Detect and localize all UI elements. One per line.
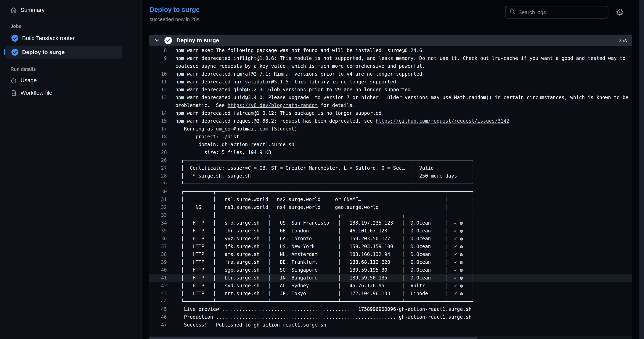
log-line-number[interactable]: 36 — [149, 236, 167, 242]
log-line-text: project: ./dist — [175, 134, 239, 140]
log-text-segment: ──────── — [448, 298, 472, 304]
page-title[interactable]: Deploy to surge — [150, 6, 200, 13]
log-line-number[interactable]: 13 — [149, 95, 167, 100]
log-line-number[interactable]: 12 — [149, 87, 167, 92]
log-line-number[interactable]: 28 — [149, 173, 167, 179]
sidebar-item-summary[interactable]: Summary — [6, 4, 124, 16]
log-line-text: └──────────┴──────────────────┴─────────… — [175, 298, 474, 304]
log-line-number[interactable]: 9 — [149, 56, 167, 61]
log-text-segment: ┴ — [446, 298, 448, 304]
log-line-number[interactable]: 10 — [149, 71, 167, 77]
sidebar-job-build-tanstack-router[interactable]: Build Tanstack router — [6, 32, 122, 44]
log-line-number[interactable]: 11 — [149, 79, 167, 85]
log-line-number[interactable]: 31 — [149, 197, 167, 202]
sidebar-job-deploy-to-surge[interactable]: Deploy to surge — [6, 46, 122, 58]
log-line-number[interactable]: 35 — [149, 228, 167, 234]
log-text-segment: │ HTTP │ ams.surge.sh │ NL, Amsterdam │ … — [175, 252, 474, 257]
search-logs-input[interactable] — [518, 9, 604, 16]
log-line-number[interactable]: 30 — [149, 189, 167, 194]
log-line-number[interactable]: 38 — [149, 252, 167, 257]
jobs-section-label: Jobs — [10, 24, 142, 29]
log-text-segment: │ HTTP │ sfo.surge.sh │ US, San Francisc… — [175, 220, 474, 226]
log-lines: 8npm warn exec The following package was… — [149, 46, 632, 329]
log-line-number[interactable]: 20 — [149, 150, 167, 155]
log-line-number[interactable]: 32 — [149, 204, 167, 210]
log-line-number[interactable]: 15 — [149, 118, 167, 124]
run-status-subtitle: succeeded now in 28s — [150, 16, 200, 22]
log-line-number[interactable]: 42 — [149, 283, 167, 288]
log-line-number[interactable]: 29 — [149, 181, 167, 186]
log-row: 32 │ NS │ ns3.surge.world ns4.surge.worl… — [149, 203, 632, 211]
vertical-scrollbar[interactable] — [639, 0, 644, 339]
log-line-text: ┌───────────────────────────────────────… — [175, 158, 474, 163]
log-row: 19 domain: gh-action-react1.surge.sh — [149, 140, 632, 148]
log-row: 39 │ HTTP │ fra.surge.sh │ DE, Frankfurt… — [149, 258, 632, 266]
log-text-segment: ────────────── — [405, 298, 446, 304]
horizontal-scrollbar-thumb[interactable] — [149, 337, 478, 338]
log-line-text: │ HTTP │ fra.surge.sh │ DE, Frankfurt │ … — [175, 260, 474, 265]
log-line-text: │ HTTP │ ams.surge.sh │ NL, Amsterdam │ … — [175, 252, 474, 257]
log-row: 31 │ │ ns1.surge.world ns2.surge.world o… — [149, 196, 632, 203]
log-text-segment: ┼ — [446, 212, 448, 218]
log-line-number[interactable]: 40 — [149, 267, 167, 273]
log-text-segment: coalesce async requests by a key value, … — [175, 63, 425, 69]
log-line-number[interactable]: 39 — [149, 260, 167, 265]
log-text-segment: ........................................… — [222, 306, 355, 312]
log-line-number[interactable]: 43 — [149, 291, 167, 296]
log-line-number[interactable]: 47 — [149, 322, 167, 328]
log-text-segment: ┐ — [472, 158, 474, 163]
log-line-number[interactable]: 18 — [149, 134, 167, 140]
log-group-header[interactable]: Deploy to surge 25s — [149, 34, 632, 46]
log-row: 28 │ *.surge.sh, surge.sh │ 250 more day… — [149, 172, 632, 180]
chevron-down-icon[interactable] — [154, 38, 160, 43]
log-text-segment: npm warn deprecated glob@7.2.3: Glob ver… — [175, 87, 410, 92]
log-line-number[interactable]: 44 — [149, 298, 167, 304]
log-line-number[interactable]: 33 — [149, 212, 167, 218]
log-line-text: │ HTTP │ lhr.surge.sh │ GB, London │ 46.… — [175, 228, 474, 234]
log-text-segment: ┤ — [472, 212, 474, 218]
log-text-segment: │ HTTP │ sgp.surge.sh │ SG, Singapore │ … — [175, 267, 474, 273]
horizontal-scrollbar[interactable] — [149, 336, 632, 339]
log-line-text: │ HTTP │ blr.surge.sh │ IN, Bangalore │ … — [175, 275, 474, 281]
log-line-number[interactable]: 8 — [149, 48, 167, 53]
log-line-number[interactable]: 26 — [149, 158, 167, 163]
log-row: 26 ┌────────────────────────────────────… — [149, 156, 632, 164]
log-row: 45 Live preview ........................… — [149, 305, 632, 313]
log-line-number[interactable]: 27 — [149, 165, 167, 171]
log-line-number[interactable]: 41 — [149, 275, 167, 281]
log-line-number[interactable]: 34 — [149, 220, 167, 226]
log-row: 41 │ HTTP │ blr.surge.sh │ IN, Bangalore… — [149, 274, 632, 282]
log-line-text: │ HTTP │ sgp.surge.sh │ SG, Singapore │ … — [175, 267, 474, 273]
log-row: 10npm warn deprecated rimraf@2.7.1: Rimr… — [149, 70, 632, 78]
log-row: 30 ┌──────────┬─────────────────────────… — [149, 188, 632, 196]
log-text-segment: ┬ — [338, 212, 341, 218]
log-line-number[interactable]: 45 — [149, 306, 167, 312]
log-line-number[interactable]: 17 — [149, 126, 167, 132]
log-link[interactable]: https://v8.dev/blog/math-random — [228, 102, 318, 108]
file-code-icon — [10, 90, 17, 96]
log-text-segment: ────────────────── — [216, 298, 268, 304]
log-text-segment: ┴ — [213, 298, 216, 304]
log-text-segment — [361, 197, 446, 202]
log-text-segment: ┬ — [402, 212, 404, 218]
log-line-number[interactable]: 37 — [149, 244, 167, 249]
log-row: 34 │ HTTP │ sfo.surge.sh │ US, San Franc… — [149, 219, 632, 227]
log-line-text: │ HTTP │ nrt.surge.sh │ JP, Tokyo │ 172.… — [175, 291, 474, 296]
log-text-segment: ────────────────────────────────────────… — [184, 158, 410, 163]
run-header: Deploy to surge succeeded now in 28s ⚙ — [142, 0, 644, 28]
log-text-segment: │ HTTP │ blr.surge.sh │ IN, Bangalore │ … — [175, 275, 474, 281]
sidebar-item-usage[interactable]: Usage — [6, 75, 124, 86]
log-text-segment: 1758996900096-gh-action-react1.surge.sh — [355, 306, 472, 312]
sidebar-item-workflow-file[interactable]: Workflow file — [6, 87, 124, 98]
log-line-number[interactable]: 14 — [149, 110, 167, 116]
log-text-segment: project: ./dist — [175, 134, 239, 140]
log-text-segment: │ HTTP │ syd.surge.sh │ AU, Sydney │ 45.… — [175, 283, 474, 288]
log-line-number[interactable]: 19 — [149, 142, 167, 148]
check-circle-icon — [11, 49, 18, 56]
log-line-number[interactable]: 46 — [149, 314, 167, 320]
log-row: 11npm warn deprecated har-validator@5.1.… — [149, 78, 632, 86]
gear-icon[interactable]: ⚙ — [616, 8, 624, 17]
log-text-segment — [434, 165, 472, 171]
sidebar-item-label: Usage — [20, 77, 37, 84]
log-link[interactable]: https://github.com/request/request/issue… — [376, 118, 509, 124]
